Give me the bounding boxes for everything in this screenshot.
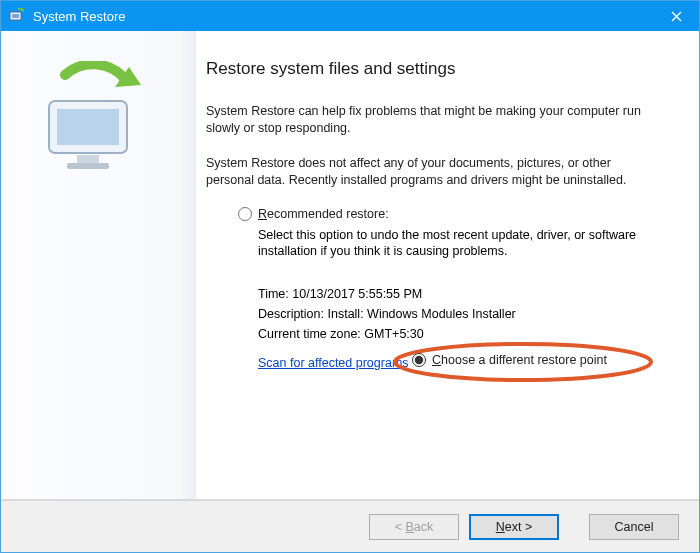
time-value: 10/13/2017 5:55:55 PM (292, 287, 422, 301)
close-button[interactable] (653, 1, 699, 31)
next-button[interactable]: Next > (469, 514, 559, 540)
timezone-label: Current time zone: (258, 327, 361, 341)
svg-rect-6 (57, 109, 119, 145)
description-value: Install: Windows Modules Installer (327, 307, 515, 321)
system-restore-icon (9, 8, 25, 24)
description-label: Description: (258, 307, 324, 321)
timezone-value: GMT+5:30 (364, 327, 423, 341)
back-button-label: < Back (395, 520, 434, 534)
wizard-footer: < Back Next > Cancel (1, 500, 699, 552)
svg-rect-8 (67, 163, 109, 169)
intro-paragraph-1: System Restore can help fix problems tha… (206, 103, 659, 137)
recommended-restore-option[interactable]: Recommended restore: (238, 207, 659, 221)
intro-paragraph-2: System Restore does not affect any of yo… (206, 155, 659, 189)
recommended-restore-label[interactable]: Recommended restore: (258, 207, 389, 221)
system-restore-hero-icon (29, 61, 169, 181)
recommended-restore-radio[interactable] (238, 207, 252, 221)
svg-rect-7 (77, 155, 99, 163)
time-label: Time: (258, 287, 289, 301)
system-restore-window: System Restore (0, 0, 700, 553)
titlebar[interactable]: System Restore (1, 1, 699, 31)
page-heading: Restore system files and settings (206, 59, 659, 79)
choose-different-restore-label[interactable]: Choose a different restore point (432, 353, 607, 367)
back-button: < Back (369, 514, 459, 540)
cancel-button[interactable]: Cancel (589, 514, 679, 540)
wizard-sidebar (1, 31, 196, 499)
restore-point-details: Time: 10/13/2017 5:55:55 PM Description:… (258, 284, 659, 344)
svg-rect-1 (12, 14, 19, 18)
choose-different-restore-option[interactable]: Choose a different restore point (412, 353, 607, 367)
window-title: System Restore (33, 9, 653, 24)
scan-affected-programs-link[interactable]: Scan for affected programs (258, 356, 409, 370)
next-button-label: Next > (496, 520, 533, 534)
wizard-content: Restore system files and settings System… (196, 31, 699, 499)
recommended-restore-description: Select this option to undo the most rece… (258, 227, 659, 261)
choose-different-restore-radio[interactable] (412, 353, 426, 367)
